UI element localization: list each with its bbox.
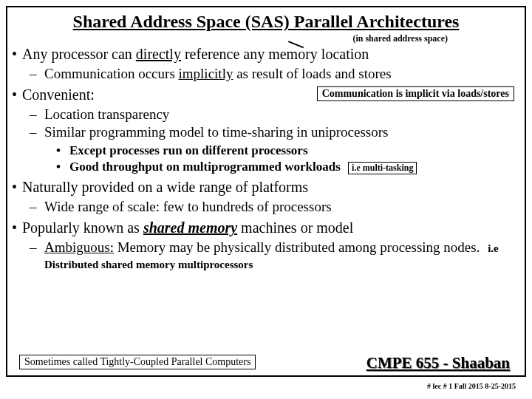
bullet-2-sub-1: Location transparency	[44, 106, 514, 123]
note-implicit: Communication is implicit via loads/stor…	[317, 86, 514, 101]
bullet-1: Any processor can directly reference any…	[22, 46, 514, 63]
bullet-2-sub-2: Similar programming model to time-sharin…	[44, 124, 514, 140]
footer-right: CMPE 655 - Shaaban	[366, 354, 510, 372]
title-annotation: (in shared address space)	[18, 33, 448, 44]
slide-title: Shared Address Space (SAS) Parallel Arch…	[18, 12, 514, 32]
bullet-1-sub-1: Communication occurs implicitly as resul…	[44, 66, 514, 82]
bullet-list: Any processor can directly reference any…	[18, 46, 514, 272]
bullet-4: Popularly known as shared memory machine…	[22, 219, 514, 236]
bullet-2-subsub-1: Except processes run on different proces…	[69, 143, 514, 158]
course-label: CMPE 655 - Shaaban	[366, 354, 510, 372]
slide-meta: # lec # 1 Fall 2015 8-25-2015	[427, 382, 516, 390]
bullet-2-subsub-2: Good throughput on multiprogrammed workl…	[69, 160, 514, 174]
bullet-4-sub-1: Ambiguous: Memory may be physically dist…	[44, 239, 514, 272]
slide-frame: Shared Address Space (SAS) Parallel Arch…	[6, 6, 526, 377]
note-multitasking: i.e multi-tasking	[348, 162, 417, 174]
footer-left-box: Sometimes called Tightly-Coupled Paralle…	[19, 355, 256, 369]
bullet-3-sub-1: Wide range of scale: few to hundreds of …	[44, 199, 514, 215]
bullet-3: Naturally provided on a wide range of pl…	[22, 179, 514, 196]
bullet-2: Convenient: Communication is implicit vi…	[22, 86, 514, 103]
